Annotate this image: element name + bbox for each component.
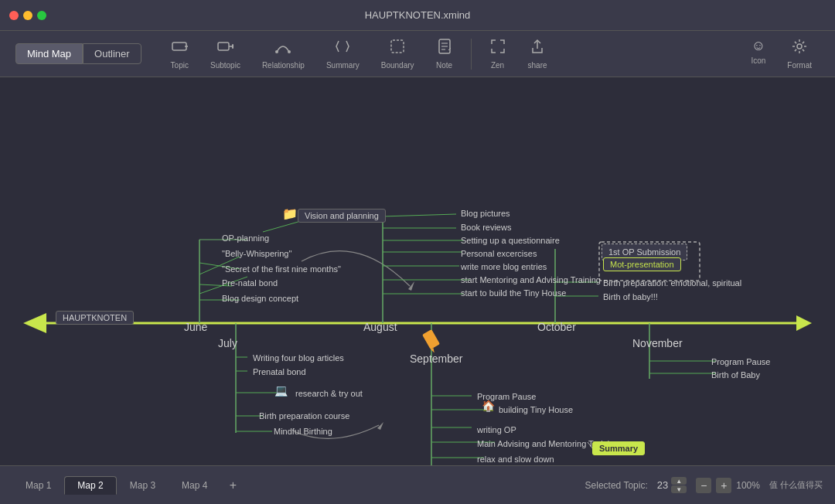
icon-tool-icon: ☺ bbox=[752, 38, 765, 54]
svg-line-20 bbox=[199, 263, 240, 269]
maximize-button[interactable] bbox=[37, 11, 46, 20]
tab-map1[interactable]: Map 1 bbox=[12, 476, 64, 495]
note-icon bbox=[436, 38, 453, 59]
relationship-label: Relationship bbox=[262, 61, 305, 70]
statusbar: Map 1 Map 2 Map 3 Map 4 + Selected Topic… bbox=[0, 465, 835, 504]
summary-icon bbox=[334, 38, 351, 59]
mindmap-mode-button[interactable]: Mind Map bbox=[15, 43, 83, 64]
svg-text:📁: 📁 bbox=[282, 206, 298, 221]
zen-label: Zen bbox=[491, 61, 504, 70]
tab-map3[interactable]: Map 3 bbox=[117, 476, 169, 495]
subtopic-icon bbox=[216, 38, 233, 59]
relationship-icon bbox=[274, 38, 291, 59]
tabs: Map 1 Map 2 Map 3 Map 4 + bbox=[12, 476, 242, 495]
canvas[interactable]: 💻 🏠 📁 HAUPTKNOTEN June July August Septe… bbox=[0, 77, 835, 465]
svg-point-6 bbox=[288, 50, 291, 53]
add-tab-button[interactable]: + bbox=[223, 476, 242, 495]
status-right: Selected Topic: 23 ▲ ▼ − + 100% 值 什么值得买 bbox=[585, 477, 823, 493]
relationship-tool[interactable]: Relationship bbox=[254, 35, 312, 73]
summary-tool[interactable]: Summary bbox=[319, 35, 367, 73]
svg-text:🏠: 🏠 bbox=[482, 400, 496, 413]
zoom-in-button[interactable]: + bbox=[716, 478, 731, 493]
topic-icon bbox=[171, 38, 188, 59]
svg-line-21 bbox=[199, 284, 232, 286]
icon-tool-label: Icon bbox=[751, 56, 765, 65]
svg-line-26 bbox=[383, 214, 456, 216]
topic-vision-planning[interactable]: Vision and planning bbox=[298, 209, 386, 223]
share-label: share bbox=[528, 61, 547, 70]
boundary-tool[interactable]: Boundary bbox=[373, 35, 422, 73]
subtopic-label: Subtopic bbox=[210, 61, 240, 70]
svg-rect-0 bbox=[172, 43, 186, 50]
svg-text:💻: 💻 bbox=[274, 384, 288, 397]
zoom-level: 100% bbox=[736, 480, 760, 491]
subtopic-tool[interactable]: Subtopic bbox=[203, 35, 248, 73]
traffic-lights bbox=[9, 11, 46, 20]
boundary-label: Boundary bbox=[381, 61, 414, 70]
note-tool[interactable]: Note bbox=[428, 35, 461, 73]
svg-point-12 bbox=[797, 44, 802, 49]
note-label: Note bbox=[436, 61, 452, 70]
tab-map4[interactable]: Map 4 bbox=[169, 476, 220, 495]
svg-marker-15 bbox=[23, 313, 46, 333]
toolbar: Mind Map Outliner Topic Subtopic bbox=[0, 31, 835, 77]
summary-label: Summary bbox=[326, 61, 360, 70]
outliner-mode-button[interactable]: Outliner bbox=[83, 43, 141, 64]
svg-rect-2 bbox=[218, 43, 229, 50]
icon-tool[interactable]: ☺ Icon bbox=[743, 35, 773, 73]
topic-mot-presentation[interactable]: Mot-presentation bbox=[603, 257, 681, 271]
svg-marker-14 bbox=[796, 315, 812, 331]
boundary-icon bbox=[389, 38, 406, 59]
font-size-value: 23 bbox=[657, 479, 668, 491]
mode-buttons: Mind Map Outliner bbox=[15, 43, 141, 64]
tab-map2[interactable]: Map 2 bbox=[64, 476, 116, 495]
topic-tool[interactable]: Topic bbox=[163, 35, 196, 73]
svg-point-5 bbox=[275, 50, 278, 53]
main-node[interactable]: HAUPTKNOTEN bbox=[56, 311, 134, 325]
selected-topic-label: Selected Topic: bbox=[585, 480, 648, 491]
svg-rect-55 bbox=[422, 329, 440, 349]
format-label: Format bbox=[787, 61, 812, 70]
share-icon bbox=[529, 38, 546, 59]
share-tool[interactable]: share bbox=[520, 35, 555, 73]
toolbar-separator-1 bbox=[471, 39, 472, 70]
close-button[interactable] bbox=[9, 11, 19, 20]
zoom-control: − + 100% bbox=[696, 478, 760, 493]
zen-tool[interactable]: Zen bbox=[482, 35, 514, 73]
zen-icon bbox=[489, 38, 506, 59]
font-size-down-button[interactable]: ▼ bbox=[671, 485, 687, 493]
font-size-up-button[interactable]: ▲ bbox=[671, 477, 687, 485]
fishbone-diagram: 💻 🏠 📁 bbox=[0, 77, 835, 465]
title-bar: HAUPTKNOTEN.xmind bbox=[0, 0, 835, 31]
format-tool[interactable]: Format bbox=[779, 35, 820, 73]
watermark: 值 什么值得买 bbox=[769, 479, 823, 491]
topic-label: Topic bbox=[171, 61, 189, 70]
window-title: HAUPTKNOTEN.xmind bbox=[365, 9, 471, 21]
svg-rect-4 bbox=[232, 44, 233, 49]
svg-rect-7 bbox=[391, 40, 404, 53]
summary-box[interactable]: Summary bbox=[592, 441, 645, 455]
minimize-button[interactable] bbox=[23, 11, 32, 20]
right-toolbar: ☺ Icon Format bbox=[743, 35, 820, 73]
format-icon bbox=[791, 38, 808, 59]
zoom-out-button[interactable]: − bbox=[696, 478, 711, 493]
